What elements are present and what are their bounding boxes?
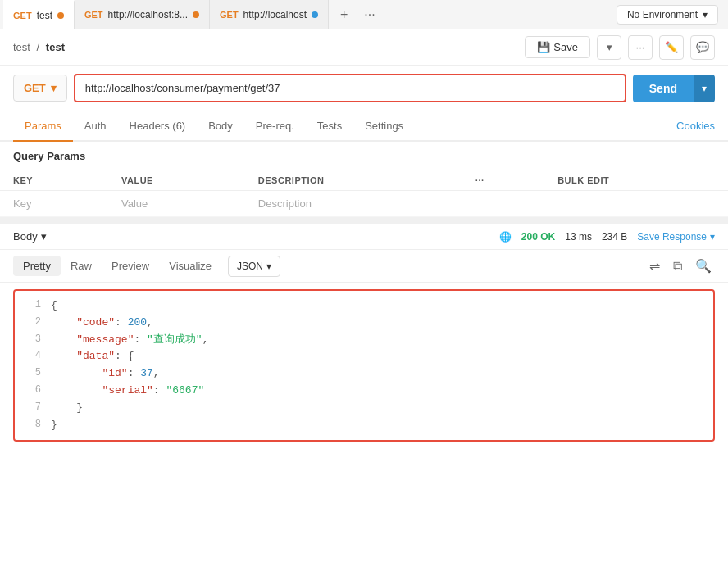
search-button[interactable]: 🔍 — [692, 255, 715, 277]
prereq-tab-label: Pre-req. — [256, 120, 294, 132]
url-input[interactable]: http://localhost/consumer/payment/get/37 — [74, 74, 626, 102]
json-format-arrow-icon: ▾ — [266, 261, 271, 272]
tab-localhost-2[interactable]: GET http://localhost — [210, 0, 329, 29]
tabs-bar: GET test GET http://localhost:8... GET h… — [0, 0, 728, 29]
tab-dirty-dot-3 — [312, 11, 318, 18]
save-response-arrow-icon: ▾ — [710, 231, 715, 243]
json-format-dropdown[interactable]: JSON ▾ — [228, 256, 280, 277]
status-info: 🌐 200 OK 13 ms 234 B Save Response ▾ — [499, 231, 715, 243]
body-title: Body ▾ — [13, 230, 47, 243]
new-tab-button[interactable]: + — [335, 4, 353, 25]
tab-prereq[interactable]: Pre-req. — [244, 111, 306, 142]
send-button-group: Send ▾ — [633, 75, 715, 102]
body-label: Body — [13, 230, 38, 243]
tab-body[interactable]: Body — [197, 111, 244, 142]
save-response-label: Save Response — [637, 231, 707, 243]
cookies-link[interactable]: Cookies — [676, 120, 715, 132]
body-tab-label: Body — [208, 120, 233, 132]
wrap-lines-button[interactable]: ⇌ — [646, 255, 663, 277]
json-viewer: 1 { 2 "code": 200, 3 "message": "查询成功", … — [13, 289, 715, 442]
edit-button[interactable]: ✏️ — [659, 35, 684, 60]
key-column-header: KEY — [0, 170, 108, 191]
response-size: 234 B — [602, 231, 627, 243]
tab-tests[interactable]: Tests — [306, 111, 353, 142]
save-label: Save — [553, 41, 578, 53]
breadcrumb-separator: / — [37, 41, 40, 53]
format-tab-raw[interactable]: Raw — [61, 256, 102, 276]
chevron-down-icon: ▾ — [703, 9, 708, 20]
json-line-1: 1 { — [15, 297, 713, 315]
tab-method-label-3: GET — [220, 10, 239, 20]
save-response-button[interactable]: Save Response ▾ — [637, 231, 715, 243]
send-main-button[interactable]: Send — [633, 75, 694, 102]
json-line-4: 4 "data": { — [15, 348, 713, 365]
format-actions: ⇌ ⧉ 🔍 — [646, 255, 715, 277]
query-params-section: Query Params KEY VALUE DESCRIPTION ··· B… — [0, 142, 728, 217]
headers-tab-label: Headers (6) — [130, 120, 186, 132]
save-button[interactable]: 💾 Save — [525, 36, 590, 58]
tab-url-label-1: http://localhost:8... — [108, 9, 188, 20]
status-code: 200 OK — [521, 231, 555, 243]
environment-label: No Environment — [627, 9, 698, 20]
tests-tab-label: Tests — [317, 120, 342, 132]
comment-button[interactable]: 💬 — [690, 35, 715, 60]
response-time: 13 ms — [565, 231, 592, 243]
json-line-5: 5 "id": 37, — [15, 365, 713, 383]
tab-dirty-dot-2 — [193, 11, 199, 18]
tab-auth[interactable]: Auth — [73, 111, 118, 142]
url-bar: GET ▾ http://localhost/consumer/payment/… — [0, 66, 728, 111]
copy-button[interactable]: ⧉ — [670, 256, 685, 277]
json-format-label: JSON — [237, 261, 263, 272]
params-tab-label: Params — [25, 120, 61, 132]
breadcrumb-current: test — [46, 41, 65, 53]
json-line-8: 8 } — [15, 417, 713, 434]
key-placeholder-cell[interactable]: Key — [0, 191, 108, 217]
environment-dropdown[interactable]: No Environment ▾ — [617, 5, 718, 25]
query-params-title: Query Params — [0, 142, 728, 170]
tab-title-label: test — [37, 10, 52, 21]
response-body-header: Body ▾ 🌐 200 OK 13 ms 234 B Save Respons… — [0, 224, 728, 250]
body-chevron-icon[interactable]: ▾ — [41, 230, 47, 243]
header-actions: 💾 Save ▾ ··· ✏️ 💬 — [525, 35, 715, 60]
params-table: KEY VALUE DESCRIPTION ··· Bulk Edit Key — [0, 170, 728, 217]
bulk-edit-button[interactable]: Bulk Edit — [544, 170, 728, 191]
method-chevron-icon: ▾ — [51, 82, 57, 94]
save-dropdown-button[interactable]: ▾ — [597, 35, 621, 60]
value-placeholder-cell[interactable]: Value — [108, 191, 245, 217]
tabs-more-button[interactable]: ··· — [359, 4, 380, 25]
request-header: test / test 💾 Save ▾ ··· ✏️ 💬 — [0, 29, 728, 66]
json-line-7: 7 } — [15, 400, 713, 417]
settings-tab-label: Settings — [365, 120, 403, 132]
column-more-button[interactable]: ··· — [462, 170, 544, 191]
description-column-header: DESCRIPTION — [245, 170, 462, 191]
tab-dirty-dot — [57, 12, 64, 19]
request-tab-nav: Params Auth Headers (6) Body Pre-req. Te… — [0, 111, 728, 142]
table-row: Key Value Description — [0, 191, 728, 217]
tab-headers[interactable]: Headers (6) — [118, 111, 198, 142]
format-tab-preview[interactable]: Preview — [102, 256, 159, 276]
format-tab-pretty[interactable]: Pretty — [13, 256, 61, 276]
value-column-header: VALUE — [108, 170, 245, 191]
description-placeholder-cell[interactable]: Description — [245, 191, 462, 217]
auth-tab-label: Auth — [84, 120, 107, 132]
tab-settings[interactable]: Settings — [353, 111, 415, 142]
save-icon: 💾 — [537, 41, 550, 53]
response-body-section: Body ▾ 🌐 200 OK 13 ms 234 B Save Respons… — [0, 217, 728, 442]
json-line-2: 2 "code": 200, — [15, 315, 713, 332]
send-dropdown-button[interactable]: ▾ — [694, 75, 715, 102]
breadcrumb-parent: test — [13, 41, 30, 53]
tab-localhost-1[interactable]: GET http://localhost:8... — [75, 0, 210, 29]
method-dropdown[interactable]: GET ▾ — [13, 75, 67, 102]
tab-actions: + ··· — [335, 4, 380, 25]
tab-get-test[interactable]: GET test — [3, 0, 75, 29]
format-tab-visualize[interactable]: Visualize — [159, 256, 221, 276]
breadcrumb: test / test — [13, 41, 65, 53]
method-label: GET — [24, 82, 46, 94]
tab-params[interactable]: Params — [13, 111, 73, 142]
more-options-button[interactable]: ··· — [628, 35, 653, 60]
tab-method-label: GET — [13, 11, 32, 20]
globe-icon: 🌐 — [499, 231, 512, 243]
json-line-3: 3 "message": "查询成功", — [15, 332, 713, 349]
format-tabs-bar: Pretty Raw Preview Visualize JSON ▾ ⇌ ⧉ … — [0, 250, 728, 283]
tab-url-label-2: http://localhost — [243, 9, 307, 20]
